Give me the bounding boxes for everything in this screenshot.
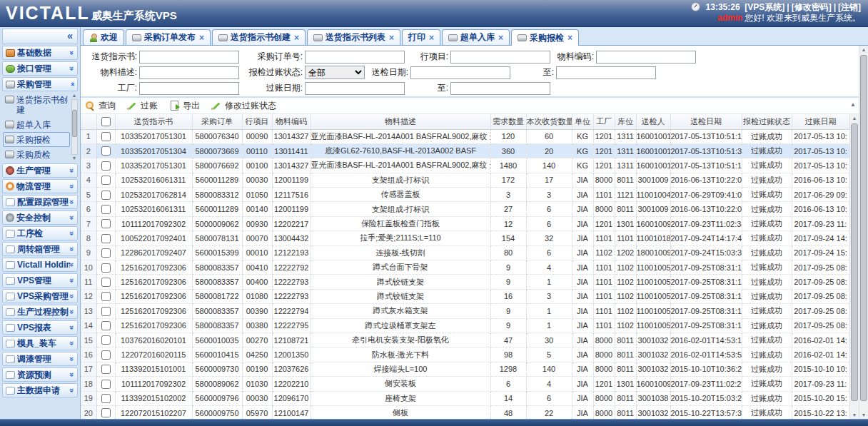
row-checkbox[interactable] (101, 234, 111, 243)
sidebar-subitem-2[interactable]: 采购报检 (3, 132, 70, 147)
table-row-16[interactable]: 1612207201602011556000104150425012001350… (81, 348, 849, 362)
submenu-scrollbar[interactable]: ▲ ▼ (70, 92, 79, 162)
sidebar-item-11[interactable]: VPS采购管理 » (2, 289, 78, 303)
table-row-10[interactable]: 1012516201709230658000833570041012222792… (81, 260, 849, 275)
tab-close-icon[interactable]: × (567, 33, 572, 43)
row-checkbox[interactable] (101, 365, 111, 374)
scroll-down-icon[interactable]: ▼ (862, 411, 867, 419)
tab-3[interactable]: 送货指示书列表 × (307, 29, 400, 45)
table-row-19[interactable]: 1911339201510200256000097960003012096170… (81, 391, 849, 405)
filter-input[interactable] (410, 66, 510, 79)
grid-scrollbar[interactable]: ▲ ▼ (849, 114, 859, 419)
sidebar-subitem-3[interactable]: 采购质检 (3, 147, 70, 162)
row-checkbox[interactable] (101, 335, 111, 345)
filter-input[interactable] (450, 51, 550, 64)
toolbar-button-1[interactable]: 过账 (127, 100, 158, 112)
column-header-1[interactable]: 采购订单 (192, 114, 242, 129)
sidebar-item-6[interactable]: 安全控制 » (2, 211, 78, 225)
sidebar-collapse-button[interactable]: « (2, 29, 78, 44)
sidebar-item-0[interactable]: 基础数据 » (2, 46, 78, 60)
row-checkbox[interactable] (101, 307, 111, 316)
table-row-3[interactable]: 310335201705130158000766920010013014327亚… (81, 158, 849, 173)
column-header-4[interactable]: 物料描述 (311, 114, 490, 129)
tab-close-icon[interactable]: × (429, 33, 434, 43)
column-header-0[interactable]: 送货指示书 (115, 114, 192, 129)
sidebar-item-13[interactable]: VPS报表 » (2, 320, 78, 335)
column-header-13[interactable]: 过账日期 (792, 114, 849, 129)
table-row-18[interactable]: 1810111201709230258000890620103012202210… (81, 377, 849, 391)
row-checkbox[interactable] (101, 263, 111, 273)
tab-5[interactable]: 超单入库 × (442, 29, 510, 45)
table-row-17[interactable]: 1711339201510100156000097300019012037626… (81, 362, 849, 376)
table-row-6[interactable]: 610253201606131156000112890014012001199支… (81, 202, 849, 216)
table-row-15[interactable]: 1510376201602010156000100350027012108721… (81, 333, 849, 347)
filter-input[interactable] (305, 82, 405, 95)
filter-input[interactable] (450, 82, 550, 95)
column-header-12[interactable]: 报检过账状态 (742, 114, 792, 129)
table-row-20[interactable]: 2012207201510220756000097500597012100147… (81, 405, 849, 419)
row-checkbox[interactable] (101, 219, 111, 228)
row-checkbox[interactable] (101, 161, 111, 171)
row-checkbox[interactable] (101, 191, 111, 200)
scroll-up-icon[interactable]: ▲ (862, 46, 867, 54)
row-checkbox[interactable] (101, 292, 111, 301)
tab-2[interactable]: 送货指示书创建 × (212, 29, 306, 45)
grid-scroll-thumb[interactable] (851, 123, 858, 401)
sidebar-subitem-1[interactable]: 超单入库 (3, 117, 70, 132)
table-row-14[interactable]: 1412516201709230658000833570038012222795… (81, 318, 849, 333)
row-checkbox[interactable] (101, 394, 111, 403)
sidebar-item-12[interactable]: 生产过程控制 » (2, 305, 78, 319)
sidebar-item-5[interactable]: 配置跟踪管理 » (2, 195, 78, 209)
tab-0[interactable]: 欢迎 (83, 29, 124, 45)
filter-input[interactable] (139, 51, 239, 64)
tab-close-icon[interactable]: × (294, 33, 299, 43)
row-checkbox[interactable] (101, 350, 111, 360)
row-checkbox[interactable] (101, 321, 111, 330)
sidebar-item-7[interactable]: 工序检 » (2, 226, 78, 240)
table-row-9[interactable]: 912286201709240756000153990001012122193连… (81, 245, 849, 260)
filter-input[interactable] (305, 51, 405, 64)
table-row-7[interactable]: 710111201709230250000090620093012202217保… (81, 216, 849, 230)
column-header-5[interactable]: 需求数量 (490, 114, 526, 129)
logout-link[interactable]: [注销] (838, 2, 861, 12)
sidebar-item-9[interactable]: Victall Holding » (2, 258, 78, 272)
sidebar-item-14[interactable]: 模具_装车 » (2, 336, 78, 350)
tab-1[interactable]: 采购订单发布 × (126, 29, 211, 45)
submenu-scroll-thumb[interactable] (72, 110, 77, 137)
sidebar-item-15[interactable]: 调漆管理 » (2, 352, 78, 366)
tab-6[interactable]: 采购报检 × (511, 29, 579, 46)
column-header-2[interactable]: 行项目 (242, 114, 272, 129)
page-scroll-thumb[interactable] (860, 55, 867, 401)
row-checkbox[interactable] (101, 248, 111, 258)
scroll-up-icon[interactable]: ▲ (852, 114, 857, 122)
table-row-5[interactable]: 510253201706281458000833120105012117516传… (81, 188, 849, 202)
scroll-down-icon[interactable]: ▼ (852, 411, 857, 419)
page-scrollbar[interactable]: ▲ ▼ (859, 46, 868, 419)
sidebar-item-8[interactable]: 周转箱管理 » (2, 242, 78, 256)
table-row-11[interactable]: 1112516201709230658000833570040012222793… (81, 275, 849, 289)
sidebar-item-16[interactable]: 资源预测 » (2, 367, 78, 382)
column-header-6[interactable]: 本次收货数量 (526, 114, 572, 129)
scroll-down-icon[interactable]: ▼ (72, 156, 77, 161)
tab-close-icon[interactable]: × (389, 33, 394, 43)
sidebar-item-3[interactable]: 生产管理 » (2, 163, 78, 178)
scroll-up-icon[interactable]: ▲ (72, 93, 77, 98)
table-row-12[interactable]: 1212516201709230658000817220108012222793… (81, 289, 849, 303)
filter-input[interactable] (556, 66, 656, 79)
filter-input[interactable] (139, 66, 239, 79)
column-header-8[interactable]: 工厂 (593, 114, 615, 129)
row-checkbox[interactable] (101, 278, 111, 287)
sidebar-item-2[interactable]: 采购管理 » (2, 77, 78, 91)
tab-4[interactable]: 打印 × (402, 29, 440, 45)
filter-input[interactable] (139, 82, 239, 95)
filter-input[interactable] (596, 51, 696, 64)
row-checkbox[interactable] (101, 132, 111, 141)
column-header-9[interactable]: 库位 (615, 114, 636, 129)
row-checkbox[interactable] (101, 176, 111, 185)
column-header-7[interactable]: 单位 (572, 114, 593, 129)
sidebar-subitem-0[interactable]: 送货指示书创建 (3, 92, 70, 117)
table-row-8[interactable]: 810052201709240158000781310007013004432拉… (81, 231, 849, 245)
posting-status-select[interactable]: 全部 (305, 66, 365, 79)
sidebar-item-4[interactable]: 物流管理 » (2, 179, 78, 193)
sidebar-item-1[interactable]: 接口管理 » (2, 61, 78, 76)
